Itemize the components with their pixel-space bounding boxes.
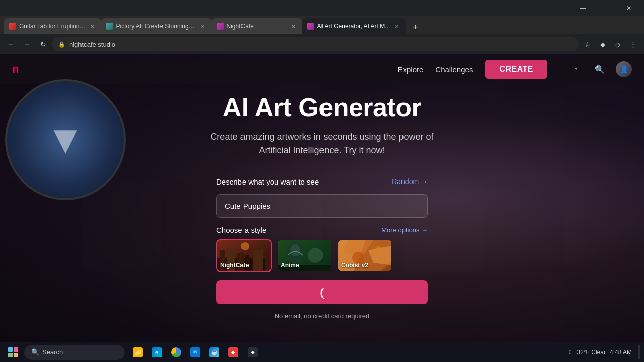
tab-ai-art[interactable]: AI Art Generator, AI Art M... ✕	[302, 18, 407, 34]
user-avatar[interactable]: 👤	[616, 61, 632, 77]
tab-label-nightcafe-old: NightCafe	[227, 23, 286, 30]
style-label: Choose a style	[216, 226, 266, 234]
style-cards: NightCafe	[216, 239, 428, 272]
nav-icons: ▫ 🔍 👤	[568, 61, 632, 77]
tab-close-ai-art[interactable]: ✕	[393, 22, 401, 30]
address-bar[interactable]: 🔒 nightcafe studio	[52, 37, 579, 51]
taskbar-app-mail[interactable]: ✉	[186, 343, 204, 361]
hero-title: AI Art Generator	[223, 92, 422, 122]
svg-point-8	[241, 242, 249, 250]
chrome-icon	[171, 347, 181, 357]
profile-letter: ▼	[45, 117, 85, 163]
style-card-nightcafe[interactable]: NightCafe	[216, 239, 272, 272]
windows-logo-icon	[8, 347, 18, 357]
maximize-button[interactable]: ☐	[595, 0, 617, 16]
tab-favicon-guitar	[9, 23, 16, 30]
style-card-label-anime: Anime	[281, 262, 299, 269]
taskbar-app-extra1[interactable]: ◆	[224, 343, 243, 361]
taskbar-app-extra2[interactable]: ◆	[244, 343, 262, 361]
moon-icon: ☾	[568, 349, 574, 356]
svg-rect-7	[265, 254, 271, 272]
prompt-header: Describe what you want to see Random →	[216, 177, 428, 186]
create-button[interactable]: CREATE	[485, 60, 547, 79]
tabs-bar: Guitar Tab for Eruption... ✕ Pictory AI:…	[0, 16, 644, 34]
extension-btn-2[interactable]: ◇	[611, 37, 625, 51]
taskbar-right: ☾ 32°F Clear 4:48 AM	[568, 345, 640, 359]
search-icon-taskbar: 🔍	[31, 348, 39, 356]
style-card-label-cubist: Cubist v2	[341, 262, 368, 269]
style-card-cubist[interactable]: Cubist v2	[337, 239, 392, 272]
forward-button[interactable]: →	[20, 37, 34, 51]
extra1-icon: ◆	[228, 347, 238, 357]
tab-favicon-ai-art	[307, 23, 314, 30]
extra2-icon: ◆	[248, 347, 258, 357]
taskbar-app-edge[interactable]: e	[148, 343, 166, 361]
tab-close-guitar[interactable]: ✕	[88, 22, 96, 30]
browser-menu[interactable]: ⋮	[626, 37, 640, 51]
tab-label-pictory: Pictory AI: Create Stunning Video...	[116, 23, 196, 30]
edge-icon: e	[152, 347, 162, 357]
taskbar-app-explorer[interactable]: 📁	[129, 343, 147, 361]
new-tab-button[interactable]: +	[408, 20, 422, 34]
start-sq-1	[8, 347, 13, 352]
address-text: nightcafe studio	[69, 41, 573, 48]
nav-explore[interactable]: Explore	[397, 65, 423, 74]
start-sq-2	[14, 347, 18, 352]
tab-nightcafe-old[interactable]: NightCafe ✕	[212, 18, 302, 34]
tab-label-ai-art: AI Art Generator, AI Art M...	[317, 23, 390, 30]
start-button[interactable]	[4, 343, 22, 361]
prompt-input[interactable]	[216, 194, 428, 218]
back-button[interactable]: ←	[4, 37, 18, 51]
random-link[interactable]: Random →	[392, 177, 428, 186]
tab-close-nightcafe-old[interactable]: ✕	[289, 22, 297, 30]
close-button[interactable]: ✕	[618, 0, 640, 16]
taskbar-search[interactable]: 🔍 Search	[24, 345, 125, 360]
minimize-button[interactable]: —	[572, 0, 594, 16]
show-desktop-button[interactable]	[638, 345, 640, 359]
tab-guitar[interactable]: Guitar Tab for Eruption... ✕	[4, 18, 101, 34]
extension-btn-1[interactable]: ◆	[596, 37, 610, 51]
site-nav: n Explore Challenges CREATE ▫ 🔍 👤	[0, 54, 644, 84]
taskbar: 🔍 Search 📁 e ✉ ☕	[0, 342, 644, 362]
tab-label-guitar: Guitar Tab for Eruption...	[19, 23, 85, 30]
no-card-text: No email, no credit card required	[216, 312, 428, 320]
svg-point-20	[374, 246, 382, 254]
discord-icon[interactable]: ▫	[568, 61, 584, 77]
tab-favicon-nightcafe-old	[217, 23, 224, 30]
nav-challenges[interactable]: Challenges	[435, 65, 473, 74]
style-header: Choose a style More options →	[216, 226, 428, 234]
mail-icon: ✉	[190, 347, 200, 357]
bookmark-button[interactable]: ☆	[581, 37, 595, 51]
page-content: ▼ n Explore Challenges CREATE ▫ 🔍 👤 AI A…	[0, 54, 644, 342]
taskbar-app-store[interactable]: ☕	[205, 343, 223, 361]
style-card-anime[interactable]: Anime	[277, 239, 332, 272]
taskbar-clock: 4:48 AM	[610, 349, 632, 356]
file-explorer-icon: 📁	[133, 347, 143, 357]
generate-spinner: (	[320, 285, 324, 299]
tab-pictory[interactable]: Pictory AI: Create Stunning Video... ✕	[101, 18, 212, 34]
system-tray: ☾ 32°F Clear	[568, 349, 606, 356]
prompt-section: Describe what you want to see Random → C…	[216, 177, 428, 320]
title-bar: — ☐ ✕	[0, 0, 644, 16]
search-icon[interactable]: 🔍	[592, 61, 608, 77]
taskbar-app-chrome[interactable]	[167, 343, 185, 361]
more-options-link[interactable]: More options →	[381, 226, 428, 234]
store-icon: ☕	[209, 347, 219, 357]
site-logo: n	[12, 63, 397, 76]
site-logo-text: n	[12, 63, 19, 75]
style-section: Choose a style More options →	[216, 226, 428, 272]
start-sq-3	[8, 353, 13, 357]
nav-bar: ← → ↻ 🔒 nightcafe studio ☆ ◆ ◇ ⋮	[0, 34, 644, 54]
tab-close-pictory[interactable]: ✕	[199, 22, 207, 30]
style-card-label-nightcafe: NightCafe	[220, 262, 249, 269]
nav-links: Explore Challenges CREATE ▫ 🔍 👤	[397, 60, 632, 79]
svg-rect-6	[253, 250, 263, 272]
reload-button[interactable]: ↻	[36, 37, 50, 51]
svg-point-12	[308, 248, 323, 263]
weather-text: 32°F Clear	[577, 349, 606, 356]
tab-favicon-pictory	[106, 23, 113, 30]
svg-point-11	[290, 244, 300, 256]
prompt-label: Describe what you want to see	[216, 177, 319, 186]
generate-button[interactable]: (	[216, 280, 428, 304]
taskbar-apps: 📁 e ✉ ☕ ◆	[129, 343, 262, 361]
